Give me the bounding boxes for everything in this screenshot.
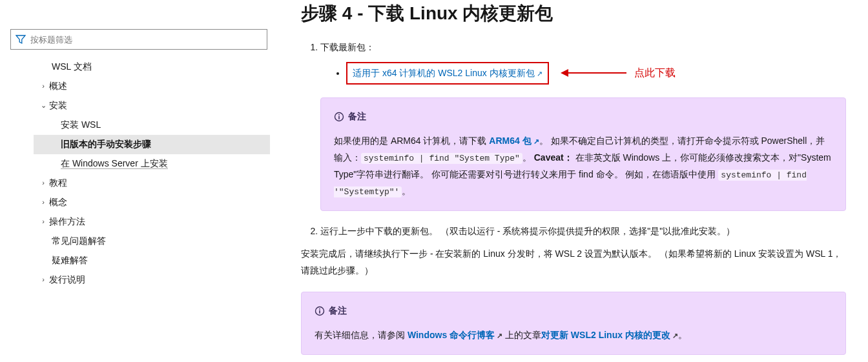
wsl2-kernel-changes-link[interactable]: 对更新 WSL2 Linux 内核的更改↗	[541, 330, 678, 340]
step-1: 下载最新包： 适用于 x64 计算机的 WSL2 Linux 内核更新包↗ 点此…	[320, 40, 846, 211]
sidebar-item[interactable]: 旧版本的手动安装步骤	[34, 135, 270, 154]
sidebar-item[interactable]: 安装 WSL	[34, 116, 270, 135]
sidebar-item[interactable]: ›概念	[34, 193, 270, 212]
step-list: 下载最新包： 适用于 x64 计算机的 WSL2 Linux 内核更新包↗ 点此…	[301, 40, 846, 239]
external-link-icon: ↗	[533, 137, 539, 145]
note-box-2: 备注 有关详细信息，请参阅 Windows 命令行博客↗ 上的文章对更新 WSL…	[301, 292, 846, 355]
after-install-para: 安装完成后，请继续执行下一步 - 在安装新的 Linux 分发时，将 WSL 2…	[301, 246, 846, 279]
arrow-icon	[562, 72, 626, 74]
sidebar-item[interactable]: ›教程	[34, 174, 270, 193]
sidebar-item[interactable]: 疑难解答	[34, 251, 270, 270]
note-body: 有关详细信息，请参阅 Windows 命令行博客↗ 上的文章对更新 WSL2 L…	[315, 327, 832, 344]
step-2: 运行上一步中下载的更新包。 （双击以运行 - 系统将提示你提供提升的权限，选择"…	[320, 224, 846, 239]
step-heading: 步骤 4 - 下载 Linux 内核更新包	[301, 1, 846, 26]
nav-list: WSL 文档›概述⌄安装安装 WSL旧版本的手动安装步骤在 Windows Se…	[8, 57, 270, 290]
main-content: 步骤 4 - 下载 Linux 内核更新包 下载最新包： 适用于 x64 计算机…	[278, 0, 859, 362]
sidebar-item[interactable]: WSL 文档	[34, 57, 270, 77]
download-item: 适用于 x64 计算机的 WSL2 Linux 内核更新包↗ 点此下载	[346, 62, 846, 85]
external-link-icon: ↗	[497, 332, 502, 339]
wsl2-kernel-download-link[interactable]: 适用于 x64 计算机的 WSL2 Linux 内核更新包↗	[353, 68, 542, 78]
arm64-package-link[interactable]: ARM64 包↗	[489, 136, 539, 146]
sidebar-item[interactable]: ›概述	[34, 77, 270, 96]
caveat-label: Caveat：	[534, 152, 573, 163]
code-systeminfo-1: systeminfo | find "System Type"	[361, 153, 522, 164]
windows-cli-blog-link[interactable]: Windows 命令行博客↗	[408, 330, 502, 340]
chevron-right-icon: ›	[39, 196, 48, 209]
step1-text: 下载最新包：	[320, 42, 375, 52]
download-link-highlight: 适用于 x64 计算机的 WSL2 Linux 内核更新包↗	[346, 62, 549, 85]
info-icon	[315, 306, 325, 316]
chevron-right-icon: ›	[39, 216, 48, 228]
sidebar-item[interactable]: 在 Windows Server 上安装	[34, 154, 270, 174]
filter-wrap	[10, 29, 267, 50]
sidebar-item-label: 操作方法	[49, 214, 265, 230]
svg-rect-5	[319, 308, 320, 310]
chevron-right-icon: ›	[39, 177, 48, 190]
svg-rect-4	[319, 310, 320, 314]
sidebar-item[interactable]: ›发行说明	[34, 270, 270, 290]
info-icon	[334, 112, 344, 122]
sidebar-item[interactable]: 常见问题解答	[34, 232, 270, 251]
svg-rect-1	[338, 116, 340, 119]
svg-rect-2	[338, 114, 340, 116]
note-title: 备注	[334, 108, 832, 125]
filter-input[interactable]	[10, 29, 267, 50]
sidebar-item-label: 安装	[49, 97, 265, 114]
sidebar-item[interactable]: ›操作方法	[34, 212, 270, 232]
note-title: 备注	[315, 303, 832, 319]
annotation-arrow: 点此下载	[562, 64, 676, 83]
annotation-text: 点此下载	[634, 64, 676, 83]
sidebar-item[interactable]: ⌄安装	[34, 96, 270, 116]
filter-icon	[16, 34, 26, 45]
sidebar-item-label: 安装 WSL	[61, 117, 265, 133]
chevron-right-icon: ›	[39, 274, 48, 287]
sidebar-item-label: 发行说明	[49, 272, 265, 288]
sidebar-item-label: 在 Windows Server 上安装	[61, 156, 265, 172]
sidebar-item-label: 旧版本的手动安装步骤	[61, 136, 265, 152]
sidebar-item-label: 概述	[49, 78, 265, 94]
external-link-icon: ↗	[537, 70, 542, 77]
sidebar: WSL 文档›概述⌄安装安装 WSL旧版本的手动安装步骤在 Windows Se…	[0, 0, 278, 362]
sidebar-item-label: 教程	[49, 175, 265, 191]
sidebar-item-label: 疑难解答	[52, 252, 265, 268]
sidebar-item-label: 概念	[49, 194, 265, 210]
chevron-right-icon: ›	[39, 80, 48, 93]
sidebar-item-label: WSL 文档	[52, 59, 265, 75]
sidebar-item-label: 常见问题解答	[52, 233, 265, 249]
note-box-1: 备注 如果使用的是 ARM64 计算机，请下载 ARM64 包↗。 如果不确定自…	[320, 97, 846, 211]
chevron-down-icon: ⌄	[39, 99, 48, 112]
note-body: 如果使用的是 ARM64 计算机，请下载 ARM64 包↗。 如果不确定自己计算…	[334, 133, 832, 200]
external-link-icon: ↗	[672, 332, 678, 339]
